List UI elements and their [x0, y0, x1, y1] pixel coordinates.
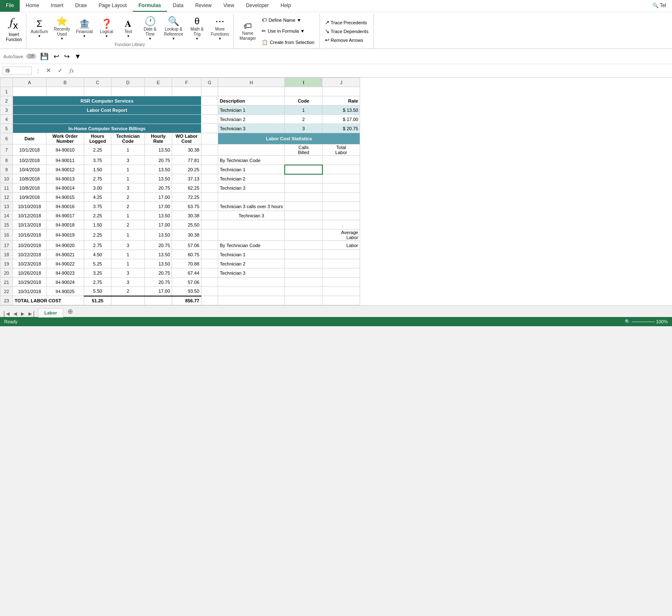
col-header-e[interactable]: E	[145, 78, 172, 87]
row-header-11[interactable]: 11	[0, 183, 13, 193]
rate-row1-rate[interactable]: $ 13.50	[322, 106, 360, 115]
rate-row3-desc[interactable]: Technician 3	[218, 124, 285, 133]
row-header-23[interactable]: 23	[0, 296, 13, 305]
col-header-f[interactable]: F	[172, 78, 201, 87]
stats-tech3-row[interactable]: Technician 3	[218, 183, 285, 193]
trace-dependents-button[interactable]: ↘ Trace Dependents	[323, 27, 370, 35]
row-header-8[interactable]: 8	[0, 156, 13, 165]
row-header-2[interactable]: 2	[0, 96, 13, 106]
col-header-c[interactable]: C	[84, 78, 111, 87]
redo-button[interactable]: ↪	[63, 52, 71, 61]
row-header-6[interactable]: 6	[0, 133, 13, 144]
row-header-22[interactable]: 22	[0, 287, 13, 296]
title3-cell[interactable]: In-Home Computer Service Billings	[13, 124, 201, 133]
rate-row3-code[interactable]: 3	[285, 124, 322, 133]
hourly-rate-header[interactable]: HourlyRate	[145, 133, 172, 144]
sheet-nav-prev[interactable]: ◄	[13, 310, 18, 317]
tab-help[interactable]: Help	[275, 0, 297, 12]
stats-tech3-over3-row[interactable]: Technician 3	[218, 211, 285, 220]
tab-formulas[interactable]: Formulas	[133, 0, 167, 12]
tab-insert[interactable]: Insert	[45, 0, 69, 12]
add-sheet-button[interactable]: ⊕	[64, 306, 76, 317]
stats-tech1-row[interactable]: Technician 1	[218, 165, 285, 174]
stats-avg-tech1[interactable]: Technician 1	[218, 250, 285, 259]
statistics-title[interactable]: Labor Cost Statistics	[218, 133, 360, 144]
total-label[interactable]: TOTAL LABOR COST	[13, 296, 84, 305]
stats-tech2-row[interactable]: Technician 2	[218, 174, 285, 183]
row-header-14[interactable]: 14	[0, 211, 13, 220]
save-button[interactable]: 💾	[39, 52, 50, 61]
autosum-button[interactable]: Σ AutoSum ▼	[28, 18, 50, 40]
hours-header[interactable]: HoursLogged	[84, 133, 111, 144]
more-functions-button[interactable]: ⋯ MoreFunctions ▼	[209, 15, 232, 42]
tab-home[interactable]: Home	[20, 0, 45, 12]
use-in-formula-button[interactable]: ✏ Use in Formula ▼	[260, 27, 316, 35]
stats-by-tech-label[interactable]: By Technician Code	[218, 156, 285, 165]
logical-button[interactable]: ❓ Logical ▼	[96, 18, 117, 40]
row-header-16[interactable]: 16	[0, 229, 13, 241]
stats-avg-tech3[interactable]: Technician 3	[218, 268, 285, 278]
math-trig-button[interactable]: θ Math &Trig ▼	[187, 15, 208, 42]
row-header-12[interactable]: 12	[0, 193, 13, 202]
col-header-h[interactable]: H	[218, 78, 285, 87]
row-header-21[interactable]: 21	[0, 278, 13, 287]
sheet-tab-labor[interactable]: Labor	[38, 308, 64, 317]
rate-row3-rate[interactable]: $ 20.75	[322, 124, 360, 133]
col-header-j[interactable]: J	[322, 78, 360, 87]
total-hours[interactable]: 51.25	[84, 296, 111, 305]
rate-row2-code[interactable]: 2	[285, 115, 322, 124]
row-header-19[interactable]: 19	[0, 259, 13, 268]
tab-developer[interactable]: Developer	[240, 0, 275, 12]
rate-row1-code[interactable]: 1	[285, 106, 322, 115]
tab-view[interactable]: View	[218, 0, 240, 12]
row-header-3[interactable]: 3	[0, 106, 13, 115]
customize-qat-button[interactable]: ▼	[73, 52, 82, 61]
row-header-17[interactable]: 17	[0, 241, 13, 250]
financial-button[interactable]: 🏦 Financial ▼	[73, 18, 95, 40]
row-header-15[interactable]: 15	[0, 220, 13, 229]
cancel-formula-button[interactable]: ✕	[44, 66, 53, 75]
date-time-button[interactable]: 🕐 Date &Time ▼	[139, 15, 160, 42]
row-header-7[interactable]: 7	[0, 144, 13, 156]
row-header-5[interactable]: 5	[0, 124, 13, 133]
stats-calls-header[interactable]: CallsBilled	[285, 144, 322, 156]
title-cell[interactable]: RSR Computer Services	[13, 96, 201, 106]
lookup-reference-button[interactable]: 🔍 Lookup &Reference ▼	[161, 15, 185, 42]
stats-by-tech-code2[interactable]: By Technician Code	[218, 241, 285, 250]
recently-used-button[interactable]: ⭐ RecentlyUsed ▼	[51, 15, 73, 42]
stats-avg-header[interactable]: AverageLabor	[322, 229, 360, 241]
sheet-nav-next[interactable]: ►	[20, 310, 26, 317]
tab-file[interactable]: File	[0, 0, 20, 12]
trace-precedents-button[interactable]: ↗ Trace Precedents	[323, 18, 368, 26]
row-header-10[interactable]: 10	[0, 174, 13, 183]
insert-function-group[interactable]: 𝑓x Insert Function	[2, 14, 26, 49]
rate-desc-header[interactable]: Description	[218, 96, 285, 106]
total-labor[interactable]: 856.77	[172, 296, 201, 305]
cell-reference-box[interactable]	[3, 67, 32, 75]
col-header-b[interactable]: B	[46, 78, 84, 87]
rate-row1-desc[interactable]: Technician 1	[218, 106, 285, 115]
row-header-20[interactable]: 20	[0, 268, 13, 278]
stats-total-header[interactable]: TotalLabor	[322, 144, 360, 156]
rate-code-header[interactable]: Code	[285, 96, 322, 106]
stats-tech3-over3-label[interactable]: Technician 3 calls over 3 hours	[218, 202, 285, 211]
tab-review[interactable]: Review	[189, 0, 217, 12]
remove-arrows-button[interactable]: ↩ Remove Arrows	[323, 36, 365, 44]
rate-rate-header[interactable]: Rate	[322, 96, 360, 106]
col-header-i[interactable]: I	[285, 78, 322, 87]
col-header-a[interactable]: A	[13, 78, 46, 87]
date-header[interactable]: Date	[13, 133, 46, 144]
rate-row2-desc[interactable]: Technician 2	[218, 115, 285, 124]
define-name-button[interactable]: 🏷 Define Name ▼	[260, 16, 316, 24]
stats-avg-tech2[interactable]: Technician 2	[218, 259, 285, 268]
sheet-nav-last[interactable]: ►|	[27, 310, 35, 317]
row-header-4[interactable]: 4	[0, 115, 13, 124]
work-order-header[interactable]: Work OrderNumber	[46, 133, 84, 144]
tab-draw[interactable]: Draw	[69, 0, 93, 12]
tab-page-layout[interactable]: Page Layout	[93, 0, 132, 12]
autosave-toggle[interactable]: Off	[26, 54, 36, 59]
undo-button[interactable]: ↩	[52, 52, 60, 61]
text-button[interactable]: 𝐀 Text ▼	[118, 18, 139, 40]
row-header-13[interactable]: 13	[0, 202, 13, 211]
row-header-9[interactable]: 9	[0, 165, 13, 174]
